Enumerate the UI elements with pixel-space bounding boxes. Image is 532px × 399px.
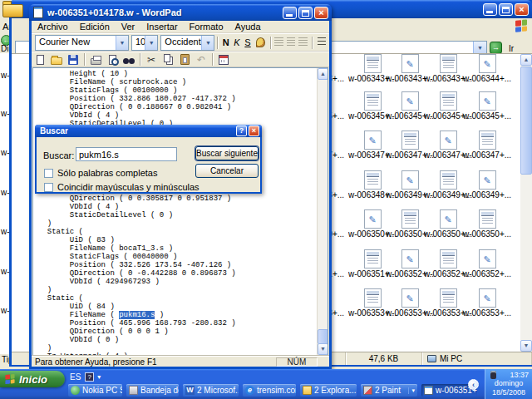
edit-file-icon: ✎ [479, 170, 496, 190]
file-item[interactable]: ✎w-006353+... [463, 288, 511, 318]
copy-icon[interactable] [160, 53, 176, 66]
whole-words-checkbox[interactable]: Sólo palabras completas [44, 168, 157, 178]
dialog-title: Buscar [40, 126, 68, 135]
group-arrow-icon[interactable]: ▾ [408, 387, 415, 394]
document-line: VDbId ( 4294967293 ) [38, 278, 317, 286]
dialog-body: Buscar: Buscar siguiente Cancelar Sólo p… [37, 137, 260, 192]
file-label: w-006349+... [463, 190, 511, 200]
whole-words-label: Sólo palabras completas [57, 168, 157, 178]
bullets-icon[interactable] [318, 37, 326, 47]
menu-edicion[interactable]: Edición [74, 22, 116, 32]
save-icon[interactable] [65, 53, 81, 66]
close-icon[interactable]: × [249, 126, 259, 136]
document-line: Height ( 10 ) [38, 70, 317, 78]
w-file-icon [364, 170, 382, 190]
print-preview-icon[interactable] [104, 53, 121, 66]
taskbar-button-nokia[interactable]: Nokia PC Sy... [68, 384, 122, 397]
document-line: Static ( [38, 294, 317, 303]
open-icon[interactable] [48, 53, 65, 66]
scroll-thumb[interactable] [520, 66, 532, 175]
menu-insertar[interactable]: Insertar [140, 22, 183, 32]
maximize-icon[interactable] [298, 7, 313, 19]
file-item[interactable]: ✎w-006349+... [463, 170, 511, 200]
help-icon[interactable]: ? [236, 126, 247, 136]
taskbar-button-folder[interactable]: 2 Explora...▾ [300, 384, 357, 397]
taskbar-button-word[interactable]: W2 Microsof...▾ [183, 384, 239, 397]
font-color-icon[interactable] [256, 37, 265, 47]
taskbar-button-inbox[interactable]: Bandeja de ... [126, 384, 179, 397]
print-icon[interactable] [87, 53, 104, 66]
file-item[interactable]: w-006350+... [463, 209, 511, 239]
chevron-down-icon[interactable]: ▼ [473, 42, 486, 54]
chevron-down-icon[interactable]: ▼ [145, 36, 157, 50]
cancel-button[interactable]: Cancelar [195, 164, 259, 178]
chevron-down-icon[interactable]: ▾ [97, 373, 101, 381]
underline-button[interactable]: S [242, 36, 253, 49]
wordpad-titlebar[interactable]: w-006351+014178.w - WordPad × [29, 4, 332, 21]
file-item[interactable]: ✎w-006344+... [463, 54, 511, 83]
date-time-icon[interactable] [215, 53, 232, 66]
restore-icon[interactable] [499, 3, 513, 16]
dialog-titlebar[interactable]: Buscar ? × [35, 125, 262, 137]
match-case-checkbox[interactable]: Coincidir mayúsculas y minúsculas [44, 182, 200, 192]
w-file-icon [364, 54, 382, 73]
align-center-icon[interactable] [287, 37, 295, 47]
font-combo[interactable]: Courier New ▼ [35, 35, 129, 51]
file-item[interactable]: ✎w-006345+... [463, 91, 511, 121]
scrollbar-vertical[interactable]: ▲ ▼ [520, 54, 532, 352]
taskbar-button-ie[interactable]: etrensim.com... [243, 384, 296, 397]
language-label: ES [70, 372, 81, 382]
close-icon[interactable]: × [515, 3, 529, 16]
chevron-down-icon[interactable]: ▼ [116, 36, 128, 50]
document-area[interactable]: Height ( 10 ) FileName ( scrubrock.ace )… [32, 67, 328, 356]
window-title: w-006351+014178.w - WordPad [47, 7, 281, 17]
taskbar-button-paint[interactable]: 2 Paint▾ [361, 384, 417, 397]
tray-collapse-icon[interactable]: ‹ [468, 379, 479, 390]
edit-file-icon: ✎ [401, 54, 419, 73]
document-line: VDbId ( 4 ) [38, 203, 317, 211]
minimize-icon[interactable] [283, 7, 297, 19]
scrollbar-vertical[interactable]: ▲ ▼ [317, 68, 328, 355]
scroll-thumb[interactable] [318, 329, 328, 344]
status-location-label: Mi PC [440, 354, 462, 363]
checkbox-icon[interactable] [44, 183, 53, 192]
close-icon[interactable]: × [314, 7, 328, 19]
charset-combo[interactable]: Occidental ▼ [160, 35, 214, 51]
menu-ayuda[interactable]: Ayuda [229, 22, 267, 32]
clock-time[interactable]: 13:37 [510, 371, 529, 379]
align-left-icon[interactable] [274, 37, 283, 47]
phone-tray-icon[interactable] [490, 371, 496, 379]
go-label[interactable]: Ir [509, 44, 514, 53]
font-size-combo[interactable]: 10 ▼ [131, 35, 158, 51]
menu-archivo[interactable]: Archivo [32, 22, 74, 32]
align-right-icon[interactable] [298, 37, 307, 47]
scroll-down-icon[interactable]: ▼ [520, 340, 532, 352]
find-next-button[interactable]: Buscar siguiente [195, 146, 259, 160]
bold-button[interactable]: N [220, 36, 231, 49]
italic-button[interactable]: K [231, 36, 242, 49]
document-line: UiD ( 83 ) [38, 236, 317, 244]
scroll-up-icon[interactable]: ▲ [318, 68, 328, 80]
start-button[interactable]: Inicio [0, 371, 65, 387]
menu-formato[interactable]: Formato [184, 22, 229, 32]
new-document-icon[interactable] [32, 53, 48, 66]
scroll-down-icon[interactable]: ▼ [318, 343, 328, 355]
menu-ver[interactable]: Ver [116, 22, 141, 32]
status-help: Para obtener Ayuda, presione F1 [32, 357, 276, 367]
file-item[interactable]: ✎w-006352+... [463, 249, 511, 278]
find-input[interactable] [76, 147, 177, 161]
find-icon[interactable] [121, 53, 137, 66]
language-bar[interactable]: ES ? ▾ [70, 372, 101, 382]
file-item[interactable]: w-006347+... [463, 131, 511, 160]
paste-icon[interactable] [176, 53, 193, 66]
scroll-up-icon[interactable]: ▲ [520, 54, 532, 66]
checkbox-icon[interactable] [44, 169, 53, 178]
go-button[interactable]: → [490, 42, 502, 54]
keyboard-icon[interactable]: ? [85, 372, 94, 382]
undo-icon[interactable]: ↶ [193, 53, 209, 66]
cut-icon[interactable]: ✂ [143, 53, 160, 66]
file-label: w-006344+... [463, 74, 511, 83]
inbox-icon [129, 386, 138, 395]
chevron-down-icon[interactable]: ▼ [201, 36, 214, 50]
minimize-icon[interactable] [483, 3, 497, 16]
